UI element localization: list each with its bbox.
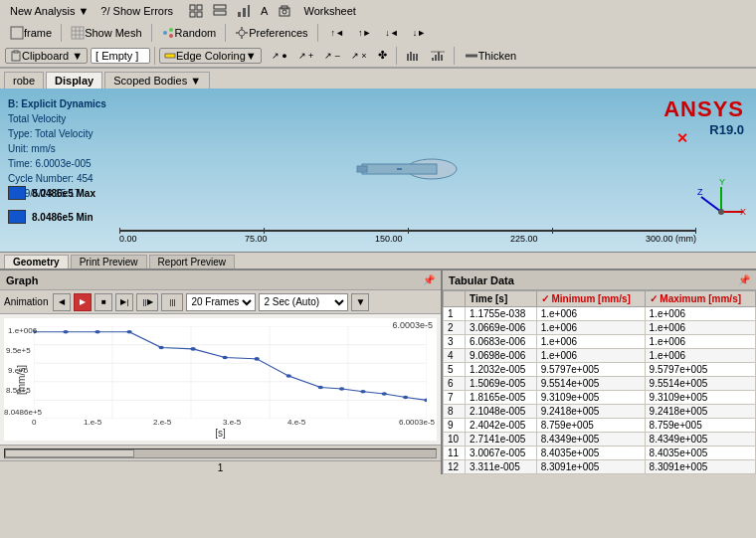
tab-probe[interactable]: robe	[4, 72, 44, 89]
cell-min: 8.4035e+005	[536, 447, 645, 460]
scrollbar-track[interactable]	[4, 448, 437, 458]
graph-title: Graph	[6, 274, 38, 286]
svg-point-70	[286, 374, 291, 378]
cell-time: 2.1048e-005	[466, 405, 537, 419]
new-analysis-btn[interactable]: New Analysis ▼	[5, 3, 94, 19]
cell-max: 9.5514e+005	[645, 377, 755, 391]
arrow-btn-4[interactable]: ↓►	[408, 26, 431, 40]
thicken-label: Thicken	[478, 50, 517, 62]
new-analysis-label: New Analysis ▼	[10, 5, 89, 17]
tick-300: 300.00 (mm)	[646, 234, 696, 244]
viewport-close-x[interactable]: ✕	[676, 130, 688, 146]
geo-tab-print[interactable]: Print Preview	[71, 255, 147, 269]
edge-coloring-btn[interactable]: Edge Coloring ▼	[159, 48, 262, 64]
tick-0: 0.00	[119, 234, 137, 244]
frames-select[interactable]: 20 Frames 10 Frames 50 Frames	[186, 293, 256, 311]
tab-scoped[interactable]: Scoped Bodies ▼	[104, 72, 210, 89]
svg-rect-12	[11, 27, 23, 39]
arrow-btn-1[interactable]: ↑◄	[326, 26, 349, 40]
snap-btn[interactable]: ✤	[374, 47, 391, 64]
svg-point-73	[360, 390, 365, 394]
edge-tool-4[interactable]: ↗ ×	[347, 49, 371, 63]
bar-chart-btn[interactable]	[402, 48, 424, 64]
cell-min: 9.5797e+005	[536, 363, 645, 377]
thicken-btn[interactable]: Thicken	[460, 48, 522, 64]
icon-btn-2[interactable]	[210, 2, 230, 20]
cell-min: 8.3091e+005	[536, 460, 645, 474]
vp-title: B: Explicit Dynamics	[8, 96, 106, 111]
icon-btn-5[interactable]	[275, 2, 294, 20]
anim-prev-btn[interactable]: ◀	[53, 293, 71, 311]
anim-stop-btn[interactable]: ■	[94, 293, 112, 311]
anim-bars-btn[interactable]: |||	[161, 293, 183, 311]
svg-point-63	[63, 330, 68, 334]
icon-btn-3[interactable]	[234, 2, 254, 20]
cell-max: 1.e+006	[645, 321, 755, 335]
bar-chart-icon	[406, 50, 420, 62]
geo-tab-report[interactable]: Report Preview	[149, 255, 235, 269]
vp-cycle: Cycle Number: 454	[8, 171, 106, 186]
svg-rect-3	[197, 12, 202, 17]
clipboard-btn[interactable]: Clipboard ▼	[5, 48, 88, 64]
cell-min: 9.3109e+005	[536, 391, 645, 405]
bottom-panels: Graph 📌 Animation ◀ ▶ ■ ▶| ||▶ ||| 20 Fr…	[0, 270, 756, 474]
anim-play-btn[interactable]: ▶	[74, 293, 92, 311]
sep7	[454, 47, 455, 65]
chart-icon	[237, 4, 251, 18]
arrow-btn-3[interactable]: ↓◄	[380, 26, 403, 40]
cell-row-num: 9	[444, 419, 466, 433]
speed-select[interactable]: 2 Sec (Auto) 5 Sec (Auto)	[259, 293, 348, 311]
cell-row-num: 11	[444, 447, 466, 460]
show-errors-btn[interactable]: ?/ Show Errors	[95, 3, 178, 19]
y-tick-2: 9.5e+5	[6, 346, 31, 355]
svg-rect-27	[14, 51, 18, 53]
svg-rect-7	[243, 8, 246, 17]
tab-display[interactable]: Display	[46, 72, 102, 89]
cell-row-num: 8	[444, 405, 466, 419]
graph-scrollbar	[0, 445, 441, 460]
animation-bar: Animation ◀ ▶ ■ ▶| ||▶ ||| 20 Frames 10 …	[0, 290, 441, 314]
mesh-icon	[71, 26, 85, 40]
icon-btn-4[interactable]: A	[258, 3, 271, 19]
show-mesh-btn[interactable]: Show Mesh	[66, 24, 146, 42]
toolbar-row2: frame Show Mesh Random Preferences ↑◄ ↑►…	[0, 22, 756, 44]
cell-min: 9.2418e+005	[536, 405, 645, 419]
cell-max: 1.e+006	[645, 349, 755, 363]
cell-row-num: 1	[444, 307, 466, 321]
scrollbar-thumb[interactable]	[5, 449, 134, 457]
anim-next-btn[interactable]: ▶|	[115, 293, 133, 311]
graph-pin-icon[interactable]: 📌	[423, 274, 435, 285]
vp-subtitle: Total Velocity	[8, 111, 106, 126]
y-tick-4: 8.5e+5	[6, 386, 31, 395]
sep1	[61, 24, 62, 42]
icon-btn-1[interactable]	[186, 2, 206, 20]
svg-rect-1	[197, 5, 202, 10]
edge-tool-3[interactable]: ↗ –	[320, 49, 344, 63]
edge-tool-2[interactable]: ↗ +	[294, 49, 318, 63]
arrow-btn-2[interactable]: ↑►	[353, 26, 376, 40]
anim-settings-btn[interactable]: ▼	[351, 293, 369, 311]
vp-unit: Unit: mm/s	[8, 141, 106, 156]
tabular-pin-icon[interactable]: 📌	[738, 274, 750, 285]
svg-point-71	[318, 386, 323, 390]
preferences-btn[interactable]: Preferences	[230, 24, 312, 42]
edge-tool-1[interactable]: ↗ ●	[268, 49, 291, 63]
geo-tab-geometry[interactable]: Geometry	[4, 255, 69, 269]
y-tick-1: 1.e+006	[8, 326, 37, 335]
table-container[interactable]: Time [s] ✓ Minimum [mm/s] ✓ Maximum [mm/…	[443, 290, 756, 474]
frame-btn[interactable]: frame	[5, 24, 57, 42]
edge-coloring-label: Edge Coloring	[176, 50, 246, 62]
table-row: 5 1.2032e-005 9.5797e+005 9.5797e+005	[444, 363, 756, 377]
svg-text:Z: Z	[697, 187, 703, 197]
svg-rect-0	[190, 5, 195, 10]
svg-point-64	[94, 330, 99, 334]
random-btn[interactable]: Random	[156, 24, 222, 42]
table-icon	[213, 4, 227, 18]
anim-frame-step-btn[interactable]: ||▶	[136, 293, 158, 311]
col-max: ✓ Maximum [mm/s]	[645, 291, 755, 307]
worksheet-btn[interactable]: Worksheet	[298, 3, 360, 19]
show-errors-label: ?/ Show Errors	[100, 5, 173, 17]
empty-dropdown[interactable]: [ Empty ]	[91, 48, 150, 64]
table-row: 10 2.7141e-005 8.4349e+005 8.4349e+005	[444, 433, 756, 447]
bar-chart2-btn[interactable]	[427, 48, 449, 64]
